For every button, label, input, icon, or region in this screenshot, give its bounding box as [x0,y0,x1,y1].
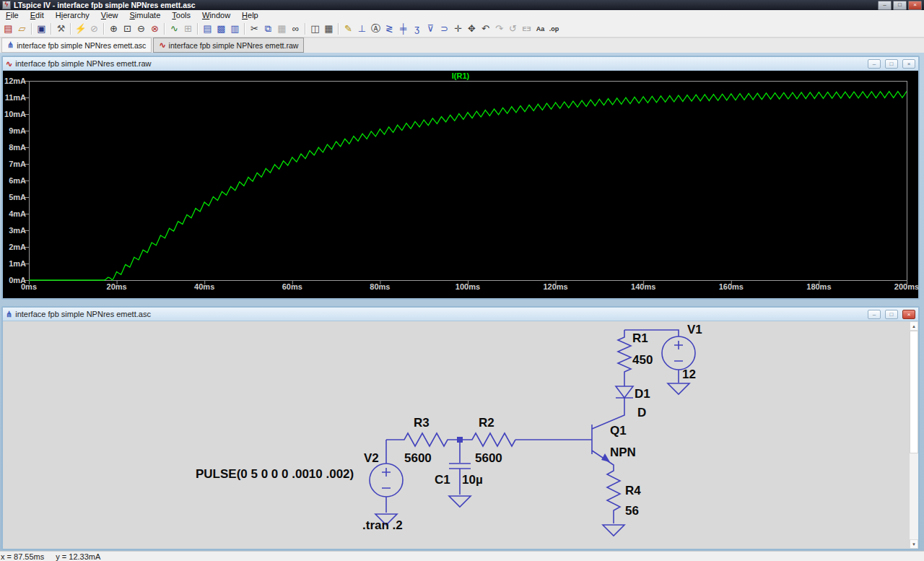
diode-button[interactable]: ⊽ [424,22,437,36]
schematic-minimize-button[interactable]: – [868,310,881,319]
print-preview-button[interactable]: ◫ [308,22,322,36]
resistor-button[interactable]: ≷ [383,22,396,36]
resistor-R1[interactable] [618,330,631,386]
y-tick-label: 9mA [3,126,26,135]
label-Q1-value[interactable]: NPN [610,445,636,460]
minimize-button[interactable]: – [878,1,892,10]
wire-button[interactable]: ✎ [341,22,355,36]
ground-button[interactable]: ⊥ [355,22,369,36]
save-button[interactable]: ▣ [35,22,48,36]
resistor-R2[interactable] [463,433,515,446]
label-R2-value[interactable]: 5600 [475,451,502,466]
tab-waveform[interactable]: ∿ interface fpb simple NPNres emett.raw [153,38,304,53]
waveform-minimize-button[interactable]: – [868,59,881,69]
label-Q1-ref[interactable]: Q1 [610,424,627,438]
component-button[interactable]: ⊃ [437,22,451,36]
copy-button[interactable]: ⧉ [261,22,275,36]
scroll-down-button[interactable]: ▼ [910,539,918,549]
trace-legend[interactable]: I(R1) [3,71,918,80]
drag-button[interactable]: ✥ [465,22,479,36]
voltage-source-V2[interactable] [370,440,403,497]
waveform-window-titlebar[interactable]: ∿ interface fpb simple NPNres emett.raw … [3,57,918,71]
y-tick-label: 11mA [3,93,26,102]
inductor-button[interactable]: ʒ [410,22,424,36]
tab-schematic[interactable]: ⋔ interface fpb simple NPNres emett.asc [1,38,152,53]
zoom-in-button[interactable]: ⊕ [107,22,121,36]
label-D1-ref[interactable]: D1 [635,387,650,401]
menu-view[interactable]: View [95,10,124,21]
label-R4-value[interactable]: 56 [625,504,639,518]
voltage-source-V1[interactable] [662,336,695,370]
print-button[interactable]: ▦ [322,22,336,36]
control-panel-button[interactable]: ⚒ [54,22,68,36]
resistor-R3[interactable] [386,433,457,446]
undo-button[interactable]: ↶ [479,22,492,36]
label-R3-value[interactable]: 5600 [404,451,432,466]
x-tick-label: 120ms [543,282,567,291]
tile-horizontal-button[interactable]: ▤ [201,22,214,36]
new-schematic-button[interactable]: ▤ [1,22,15,36]
waveform-restore-button[interactable]: □ [885,59,898,69]
move-button[interactable]: ✛ [451,22,465,36]
label-D1-value[interactable]: D [637,406,646,420]
label-C1-ref[interactable]: C1 [435,473,450,487]
text-button[interactable]: Aa [533,22,547,36]
open-file-button[interactable]: ▱ [15,22,29,36]
tile-vertical-button[interactable]: ▥ [228,22,242,36]
label-V1-ref[interactable]: V1 [687,323,702,337]
y-tick-label: 8mA [3,143,26,152]
schematic-close-button[interactable]: × [902,310,915,319]
run-button[interactable]: ⚡ [74,22,87,36]
label-R3-ref[interactable]: R3 [414,416,430,430]
label-R4-ref[interactable]: R4 [625,484,641,498]
window-controls: – □ × [878,1,922,10]
zoom-full-extents-button[interactable]: ⊗ [148,22,162,36]
close-button[interactable]: × [908,1,922,10]
junction-node[interactable] [457,437,463,443]
cascade-button[interactable]: ▩ [214,22,228,36]
y-tick-label: 3mA [3,226,26,235]
label-V1-value[interactable]: 12 [682,368,696,382]
label-R1-value[interactable]: 450 [632,353,653,368]
label-R2-ref[interactable]: R2 [479,416,494,430]
status-bar: x = 87.55ms y = 12.33mA [0,551,924,561]
schematic-canvas[interactable]: V1 12 R1 450 D1 D Q1 NPN R4 56 R3 5600 R… [3,321,918,549]
label-C1-value[interactable]: 10µ [462,473,483,487]
spice-directive-button[interactable]: .op [547,22,561,36]
menu-hierarchy[interactable]: Hierarchy [50,10,95,21]
waveform-plot-area[interactable]: I(R1) 0mA1mA2mA3mA4mA5mA6mA7mA8mA9mA10mA… [3,71,918,298]
toolbar-separator [197,23,199,35]
menu-edit[interactable]: Edit [25,10,50,21]
capacitor-button[interactable]: ╪ [396,22,410,36]
ground-c1-icon[interactable] [449,496,471,507]
scroll-thumb[interactable] [910,331,918,453]
menu-help[interactable]: Help [236,10,264,21]
schematic-window-titlebar[interactable]: ⋔ interface fpb simple NPNres emett.asc … [3,308,918,321]
find-button[interactable]: ∞ [289,22,302,36]
ground-r4-icon[interactable] [603,525,624,536]
label-R1-ref[interactable]: R1 [632,331,648,346]
schematic-icon: ⋔ [6,310,12,319]
rotate-button: ↺ [506,22,520,36]
menu-file[interactable]: File [0,10,25,21]
diode-D1[interactable] [616,386,633,398]
maximize-button[interactable]: □ [893,1,907,10]
menu-tools[interactable]: Tools [166,10,196,21]
menu-simulate[interactable]: Simulate [123,10,166,21]
net-label-button[interactable]: Ⓐ [369,22,383,36]
y-tick-label: 10mA [3,110,26,118]
zoom-area-button[interactable]: ⊡ [121,22,134,36]
schematic-restore-button[interactable]: □ [885,310,898,319]
scroll-up-button[interactable]: ▲ [910,321,918,331]
label-V2-value[interactable]: PULSE(0 5 0 0 0 .0010 .002) [196,467,354,482]
waveform-close-button[interactable]: × [902,59,915,69]
resistor-R4[interactable] [607,468,620,523]
zoom-out-button[interactable]: ⊖ [134,22,148,36]
label-V2-ref[interactable]: V2 [364,451,379,466]
spice-directive-label[interactable]: .tran .2 [362,518,403,533]
cut-button[interactable]: ✂ [248,22,261,36]
schematic-vscrollbar[interactable]: ▲ ▼ [909,321,918,549]
menu-window[interactable]: Window [196,10,236,21]
x-tick-label: 60ms [282,282,302,291]
plot-settings-button[interactable]: ∿ [167,22,181,36]
